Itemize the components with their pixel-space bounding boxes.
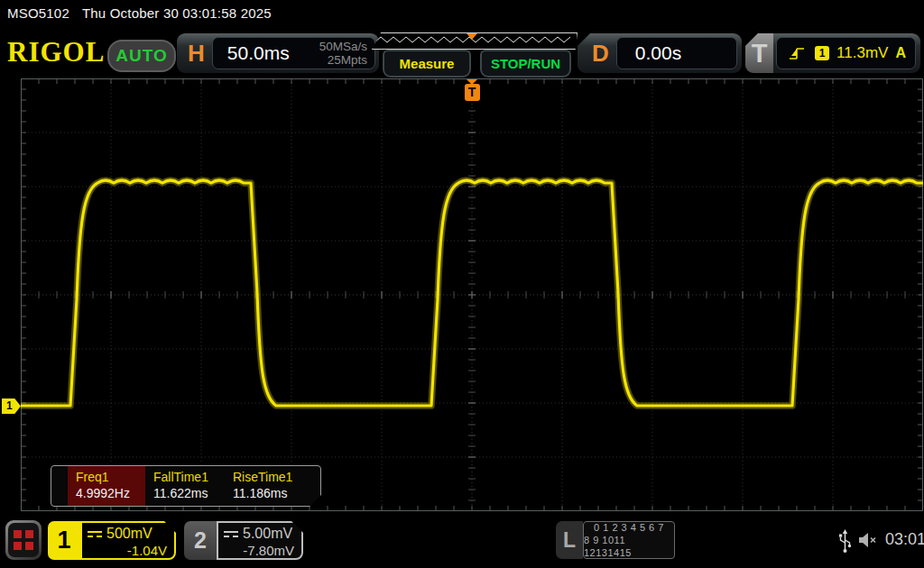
measurement-label: Freq1 <box>76 470 145 484</box>
waveform-display <box>21 78 923 511</box>
logic-row1: 0 1 2 3 4 5 6 7 <box>594 521 664 534</box>
measurement-falltime[interactable]: FallTime1 11.622ms <box>145 466 225 506</box>
timebase-pill: 50.0ms 50MSa/s 25Mpts <box>212 37 375 69</box>
trigger-position-marker[interactable]: T <box>463 79 481 101</box>
overview-trigger-marker-icon[interactable] <box>467 33 477 40</box>
measure-button[interactable]: Measure <box>383 50 471 78</box>
delay-panel[interactable]: D 0.00s <box>578 33 742 73</box>
channel2-offset: -7.80mV <box>224 543 294 558</box>
channel1-scale: 500mV <box>106 526 152 542</box>
sample-rate: 50MSa/s 25Mpts <box>319 40 367 67</box>
oscilloscope-screen: MSO5102Thu October 30 03:01:58 2025 RIGO… <box>0 0 924 568</box>
delay-label: D <box>592 40 609 68</box>
channel2-scale: 5.00mV <box>243 526 292 542</box>
dc-coupling-icon <box>224 531 238 537</box>
measurement-panel: Freq1 4.9992Hz FallTime1 11.622ms RiseTi… <box>51 465 321 507</box>
logic-body: 0 1 2 3 4 5 6 7 8 9 1011 12131415 <box>583 521 675 559</box>
model-name: MSO5102 <box>7 5 69 21</box>
channel1-tab[interactable]: 1 <box>48 521 80 560</box>
channel2-tab[interactable]: 2 <box>184 521 217 560</box>
measurement-value: 4.9992Hz <box>76 486 145 500</box>
top-status-bar: MSO5102Thu October 30 03:01:58 2025 <box>7 5 272 21</box>
delay-value: 0.00s <box>635 42 681 64</box>
trigger-slope-icon <box>788 45 806 61</box>
measurement-label: FallTime1 <box>153 470 225 484</box>
usb-icon <box>837 528 853 554</box>
logic-row2: 8 9 1011 12131415 <box>584 534 674 560</box>
channel2-widget[interactable]: 2 5.00mV -7.80mV <box>184 521 303 560</box>
channel1-offset-marker[interactable]: 1 <box>2 399 21 414</box>
trigger-pill: 1 11.3mV A <box>776 37 916 69</box>
trigger-label: T <box>745 33 773 73</box>
clock-display: 03:01 <box>885 530 924 549</box>
trigger-source-badge: 1 <box>815 46 829 60</box>
rigol-logo: RIGOL <box>7 36 105 69</box>
trigger-mode: A <box>895 45 906 61</box>
logic-channels-widget[interactable]: L 0 1 2 3 4 5 6 7 8 9 1011 12131415 <box>556 521 675 559</box>
measurement-value: 11.186ms <box>233 486 310 500</box>
measurement-value: 11.622ms <box>153 486 225 500</box>
datetime: Thu October 30 03:01:58 2025 <box>82 5 272 21</box>
measurement-risetime[interactable]: RiseTime1 11.186ms <box>225 466 310 506</box>
waveform-overview-strip[interactable] <box>372 32 578 50</box>
trigger-position-badge: T <box>465 84 480 101</box>
stop-run-button[interactable]: STOP/RUN <box>480 50 571 78</box>
menu-grid-icon[interactable] <box>5 520 42 560</box>
channel1-widget[interactable]: 1 500mV -1.04V <box>48 521 176 560</box>
channel2-body: 5.00mV -7.80mV <box>217 521 303 560</box>
speaker-muted-icon[interactable] <box>857 531 881 549</box>
measurement-label: RiseTime1 <box>233 470 310 484</box>
trigger-level-value: 11.3mV <box>836 44 888 62</box>
delay-pill: 0.00s <box>616 37 737 69</box>
timebase-value: 50.0ms <box>227 42 290 64</box>
auto-button[interactable]: AUTO <box>107 40 176 72</box>
trigger-panel[interactable]: T 1 11.3mV A <box>745 33 920 73</box>
logic-tab[interactable]: L <box>556 521 583 559</box>
channel1-body: 500mV -1.04V <box>80 521 176 560</box>
scope-grid-and-trace <box>21 78 923 511</box>
channel1-offset: -1.04V <box>88 543 167 558</box>
dc-coupling-icon <box>88 531 102 537</box>
measurement-freq[interactable]: Freq1 4.9992Hz <box>68 466 145 506</box>
horizontal-panel[interactable]: H 50.0ms 50MSa/s 25Mpts <box>177 33 379 73</box>
horizontal-label: H <box>188 40 205 68</box>
